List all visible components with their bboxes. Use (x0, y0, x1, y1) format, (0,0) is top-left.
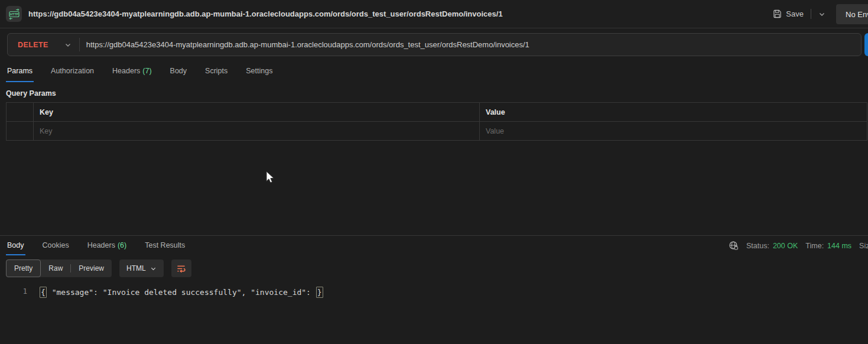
response-tabs: Body Cookies Headers (6) Test Results St… (0, 236, 868, 255)
response-tab-cookies[interactable]: Cookies (41, 236, 70, 255)
tab-body[interactable]: Body (169, 61, 188, 82)
request-tab-title[interactable]: https://gdb04a5423e3404-myatplearningdb.… (28, 9, 503, 18)
tab-headers-count: (7) (142, 67, 151, 75)
response-toolbar: Pretty Raw Preview HTML (0, 259, 868, 277)
line-number: 1 (0, 287, 27, 298)
param-key-cell (34, 122, 480, 141)
close-brace: } (316, 287, 323, 298)
param-value-input[interactable] (486, 127, 861, 135)
status-label: Status: (746, 242, 769, 250)
response-view-switcher: Pretty Raw Preview (6, 259, 112, 277)
response-body-line: 1 { "message": "Invoice deleted successf… (0, 287, 868, 298)
response-body-viewer: 1 { "message": "Invoice deleted successf… (0, 277, 868, 298)
wrap-line-icon (176, 264, 186, 274)
tab-scripts-label: Scripts (205, 67, 227, 75)
topbar-divider (811, 9, 811, 19)
response-json-text: { "message": "Invoice deleted successful… (39, 287, 324, 298)
param-key-input[interactable] (40, 127, 473, 135)
response-meta: Status: 200 OK Time: 144 ms Size: 305 B (729, 236, 868, 255)
value-column-header: Value (480, 103, 867, 122)
method-selector[interactable]: DELETE (8, 41, 48, 49)
tab-params-label: Params (7, 67, 32, 75)
query-params-table: Key Value (6, 102, 867, 141)
response-tab-body[interactable]: Body (6, 236, 25, 255)
method-chevron-icon[interactable] (64, 41, 71, 48)
time-label: Time: (805, 242, 824, 250)
url-builder-row: DELETE https://gdb04a5423e3404-myatplear… (0, 28, 868, 61)
tab-authorization-label: Authorization (51, 67, 94, 75)
response-format-value: HTML (126, 264, 146, 272)
size-label: Size: (859, 242, 868, 250)
tab-settings[interactable]: Settings (245, 61, 274, 82)
query-params-title: Query Params (6, 89, 868, 98)
raw-view-button[interactable]: Raw (41, 259, 70, 277)
request-tab-bar: HTTP https://gdb04a5423e3404-myatplearni… (0, 0, 868, 28)
send-button[interactable]: Send (864, 33, 868, 56)
tab-params[interactable]: Params (6, 61, 34, 82)
wrap-line-button[interactable] (171, 259, 191, 277)
param-value-cell (480, 122, 867, 141)
response-tab-headers-label: Headers (87, 241, 115, 249)
save-button[interactable]: Save (773, 9, 804, 18)
request-tabs: Params Authorization Headers (7) Body Sc… (0, 61, 868, 82)
http-request-icon: HTTP (6, 6, 22, 22)
json-content: "message": "Invoice deleted successfully… (47, 287, 316, 297)
environment-label: No Environment (846, 10, 868, 19)
time-value: 144 ms (827, 242, 851, 250)
row-select-header-cell (6, 103, 34, 122)
tab-settings-label: Settings (246, 67, 272, 75)
preview-view-button[interactable]: Preview (71, 259, 112, 277)
response-tab-body-label: Body (7, 241, 24, 249)
environment-selector[interactable]: No Environment (836, 4, 868, 24)
response-pane: Body Cookies Headers (6) Test Results St… (0, 235, 868, 298)
status-value: 200 OK (773, 242, 798, 250)
tab-scripts[interactable]: Scripts (204, 61, 229, 82)
response-tab-test-results[interactable]: Test Results (144, 236, 186, 255)
request-response-gap (0, 141, 868, 235)
response-tab-test-results-label: Test Results (145, 241, 185, 249)
open-brace: { (40, 287, 47, 298)
key-column-header: Key (34, 103, 480, 122)
save-options-chevron-icon[interactable] (818, 11, 825, 18)
tab-body-label: Body (170, 67, 187, 75)
url-builder: DELETE https://gdb04a5423e3404-myatplear… (7, 33, 862, 56)
row-select-cell (6, 122, 34, 141)
url-input[interactable]: https://gdb04a5423e3404-myatplearningdb.… (80, 40, 529, 49)
save-label: Save (786, 9, 804, 18)
pretty-view-button[interactable]: Pretty (6, 259, 41, 277)
tab-headers-label: Headers (112, 67, 140, 75)
tab-headers[interactable]: Headers (7) (111, 61, 153, 82)
tab-authorization[interactable]: Authorization (50, 61, 95, 82)
format-chevron-icon (150, 265, 157, 272)
save-icon (773, 9, 782, 18)
network-globe-lock-icon[interactable] (729, 241, 739, 251)
response-tab-headers-count: (6) (118, 241, 126, 249)
response-tab-cookies-label: Cookies (43, 241, 69, 249)
svg-text:HTTP: HTTP (9, 12, 18, 16)
response-tab-headers[interactable]: Headers (6) (86, 236, 128, 255)
response-format-selector[interactable]: HTML (119, 259, 164, 277)
